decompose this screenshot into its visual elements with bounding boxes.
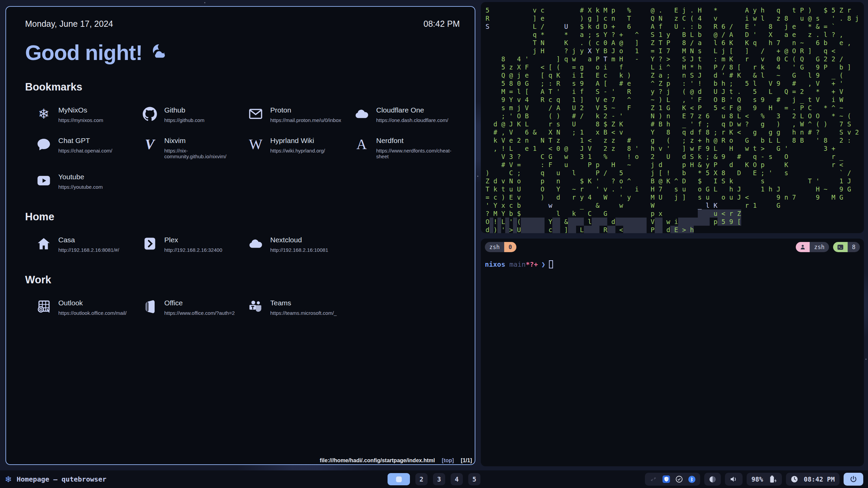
bookmark-youtube[interactable]: Youtubehttps://youtube.com	[36, 173, 142, 190]
battery-percent: 98%	[751, 475, 763, 483]
section-work: WorkOutlookhttps://outlook.office.com/ma…	[25, 274, 460, 316]
bookmark-name: Plex	[164, 236, 222, 244]
youtube-icon	[36, 173, 52, 188]
bluetooth-icon[interactable]: ᛒ	[688, 476, 695, 483]
bookmark-mynixos[interactable]: ❄MyNixOshttps://mynixos.com	[36, 106, 142, 123]
bookmark-url: https://www.nerdfonts.com/cheat-sheet	[376, 148, 460, 159]
bookmark-cloudflare-one[interactable]: Cloudflare Onehttps://one.dash.cloudflar…	[354, 106, 460, 123]
clock-text: 08:42 PM	[804, 475, 835, 483]
time-text: 08:42 PM	[423, 19, 460, 29]
bookmark-name: Nixvim	[164, 137, 248, 145]
section-title: Home	[25, 211, 460, 223]
volume-icon	[730, 475, 738, 483]
bookmark-nixvim[interactable]: VNixvimhttps://nix-community.github.io/n…	[142, 137, 248, 159]
cmatrix-output: 5 v c # X k M p % @ . E j . H * A y h q …	[486, 6, 864, 233]
bookmark-url: https://www.office.com/?auth=2	[164, 310, 235, 316]
power-button[interactable]	[844, 473, 863, 486]
bookmark-name: Teams	[270, 299, 337, 307]
terminal-cursor	[549, 260, 553, 268]
status-tab-count: [1/1]	[461, 458, 472, 463]
bookmark-grid: ❄MyNixOshttps://mynixos.comGithubhttps:/…	[25, 106, 460, 190]
bookmark-chat-gpt[interactable]: Chat GPThttps://chat.openai.com/	[36, 137, 142, 159]
bookmark-proton[interactable]: Protonhttps://mail.proton.me/u/0/inbox	[248, 106, 354, 123]
bookmark-url: https://mail.proton.me/u/0/inbox	[270, 117, 341, 123]
bookmark-url: https://wiki.hyprland.org/	[270, 148, 325, 154]
greeting-text: Good night!	[25, 40, 142, 65]
bookmark-url: https://one.dash.cloudflare.com/	[376, 117, 449, 123]
bookmark-name: Casa	[58, 236, 119, 244]
workspace-2[interactable]: 2	[415, 473, 428, 485]
battery-charging-icon	[768, 475, 777, 484]
bookmark-hyprland-wiki[interactable]: WHyprland Wikihttps://wiki.hyprland.org/	[248, 137, 354, 159]
section-title: Bookmarks	[25, 81, 460, 93]
taskbar-right: ᛒ 98% 08:42 PM	[645, 473, 863, 486]
tmux-tab-index: 0	[504, 242, 516, 252]
moon-cloud-icon	[147, 43, 167, 62]
teams-icon	[248, 299, 263, 314]
tmux-pane-number: 8	[848, 242, 860, 252]
section-title: Work	[25, 274, 460, 286]
serif-a-icon: A	[354, 137, 370, 152]
bookmark-url: http://192.168.2.16:10081	[270, 247, 328, 253]
status-url: file:///home/hadi/.config/startpage/inde…	[320, 458, 435, 463]
shell-prompt[interactable]: nixos main *?+ ❯	[485, 260, 860, 268]
prompt-host: nixos	[485, 260, 505, 268]
bookmark-url: https://youtube.com	[58, 184, 103, 190]
bookmark-name: Github	[164, 106, 204, 114]
volume-button[interactable]	[725, 473, 743, 486]
qutebrowser-window: Monday, June 17, 2024 08:42 PM Good nigh…	[5, 6, 475, 465]
user-icon	[796, 242, 810, 252]
workspace-3[interactable]: 3	[433, 473, 445, 485]
bookmark-github[interactable]: Githubhttps://github.com	[142, 106, 248, 123]
github-icon	[142, 106, 158, 122]
bookmark-name: Chat GPT	[58, 137, 112, 145]
workspace-5[interactable]: 5	[468, 473, 480, 485]
prompt-symbol: ❯	[541, 260, 546, 268]
bookmark-url: https://outlook.office.com/mail/	[58, 310, 126, 316]
tmux-tab-zsh[interactable]: zsh 0	[485, 242, 516, 252]
prompt-git-status: *?+	[526, 260, 538, 268]
kdeconnect-icon	[650, 475, 657, 483]
tray-icons-group[interactable]: ᛒ	[645, 473, 700, 486]
battery-indicator[interactable]: 98%	[747, 473, 782, 486]
shield-icon[interactable]	[663, 475, 670, 483]
cloud-icon	[248, 236, 263, 251]
bookmark-casa[interactable]: Casahttp://192.168.2.16:8081/#/	[36, 236, 142, 253]
wikipedia-w-icon: W	[248, 137, 263, 152]
bookmark-url: https://github.com	[164, 117, 204, 123]
workspace-1[interactable]	[388, 473, 410, 485]
bookmark-teams[interactable]: Teamshttps://teams.microsoft.com/_	[248, 299, 354, 316]
bookmark-grid: Outlookhttps://outlook.office.com/mail/O…	[25, 299, 460, 316]
bookmark-nerdfont[interactable]: ANerdfonthttps://www.nerdfonts.com/cheat…	[354, 137, 460, 159]
bookmark-name: Hyprland Wiki	[270, 137, 325, 145]
bookmark-name: Cloudflare One	[376, 106, 449, 114]
chat-bubble-icon	[36, 137, 52, 152]
tmux-session-user[interactable]: zsh	[796, 242, 829, 252]
night-light-icon	[709, 476, 716, 483]
bookmark-name: Outlook	[58, 299, 126, 307]
cloud-icon	[354, 106, 370, 122]
bookmark-name: Proton	[270, 106, 341, 114]
tmux-pane-count[interactable]: 8	[833, 242, 860, 252]
night-light-button[interactable]	[704, 473, 721, 486]
bookmark-url: https://nix-community.github.io/nixvim/	[164, 148, 248, 159]
bookmark-url: http://192.168.2.16:32400	[164, 247, 222, 253]
terminal-icon	[833, 242, 848, 252]
check-circle-icon[interactable]	[675, 475, 683, 483]
nix-snowflake-icon: ❄	[36, 106, 52, 122]
startpage-sections: Bookmarks❄MyNixOshttps://mynixos.comGith…	[25, 81, 460, 316]
section-bookmarks: Bookmarks❄MyNixOshttps://mynixos.comGith…	[25, 81, 460, 190]
prompt-git-branch: main	[509, 260, 526, 268]
bookmark-nextcloud[interactable]: Nextcloudhttp://192.168.2.16:10081	[248, 236, 354, 253]
bookmark-name: Youtube	[58, 173, 103, 181]
bookmark-office[interactable]: Officehttps://www.office.com/?auth=2	[142, 299, 248, 316]
taskbar-window-title: Homepage — qutebrowser	[17, 475, 106, 483]
bookmark-outlook[interactable]: Outlookhttps://outlook.office.com/mail/	[36, 299, 142, 316]
bookmark-plex[interactable]: Plexhttp://192.168.2.16:32400	[142, 236, 248, 253]
outlook-icon	[36, 299, 52, 314]
clock-icon	[791, 475, 798, 483]
workspace-4[interactable]: 4	[451, 473, 463, 485]
clock-indicator[interactable]: 08:42 PM	[786, 473, 840, 486]
vim-v-icon: V	[142, 137, 158, 152]
bookmark-grid: Casahttp://192.168.2.16:8081/#/Plexhttp:…	[25, 236, 460, 253]
